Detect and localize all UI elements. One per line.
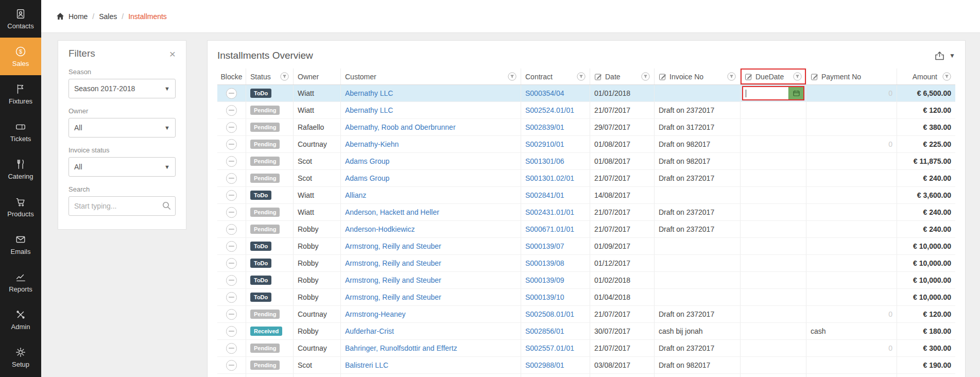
contract-link[interactable]: S000139/08 bbox=[525, 259, 564, 267]
duedate-cell[interactable] bbox=[741, 289, 806, 305]
duedate-cell[interactable] bbox=[741, 272, 806, 288]
table-row[interactable]: Pending Scot Adams Group S001301.02/01 2… bbox=[217, 170, 955, 187]
invoice-cell[interactable]: cash bij jonah bbox=[655, 323, 741, 339]
table-row[interactable]: Pending Rafaello Abernathy, Roob and Obe… bbox=[217, 119, 955, 136]
date-cell[interactable]: 29/07/2017 bbox=[590, 119, 655, 135]
filter-icon[interactable] bbox=[280, 72, 289, 81]
table-row[interactable] bbox=[217, 374, 955, 377]
sidebar-item-emails[interactable]: Emails bbox=[0, 226, 41, 263]
column-header-duedate[interactable]: DueDate bbox=[741, 68, 806, 84]
customer-link[interactable]: Anderson-Hodkiewicz bbox=[345, 225, 415, 233]
block-toggle-icon[interactable] bbox=[226, 122, 237, 133]
column-header-invoice-no[interactable]: Invoice No bbox=[655, 68, 741, 84]
invoice-cell[interactable]: Draft on 2372017 bbox=[655, 102, 741, 118]
column-header-owner[interactable]: Owner bbox=[294, 68, 341, 84]
filter-icon[interactable] bbox=[577, 72, 586, 81]
contract-link[interactable]: S002839/01 bbox=[525, 123, 564, 131]
block-toggle-icon[interactable] bbox=[226, 207, 237, 218]
payment-cell[interactable] bbox=[806, 289, 876, 305]
contract-link[interactable]: S000139/10 bbox=[525, 293, 564, 301]
export-button[interactable] bbox=[935, 52, 944, 60]
close-icon[interactable]: × bbox=[169, 48, 176, 59]
customer-link[interactable]: Adams Group bbox=[345, 157, 389, 165]
column-header-customer[interactable]: Customer bbox=[341, 68, 521, 84]
sidebar-item-products[interactable]: Products bbox=[0, 188, 41, 226]
date-cell[interactable]: 21/07/2017 bbox=[590, 221, 655, 237]
invoice-cell[interactable] bbox=[655, 255, 741, 271]
date-cell[interactable]: 21/07/2017 bbox=[590, 340, 655, 356]
duedate-cell[interactable] bbox=[741, 374, 806, 377]
date-cell[interactable]: 21/07/2017 bbox=[590, 102, 655, 118]
table-row[interactable]: Pending Wiatt Anderson, Hackett and Hell… bbox=[217, 204, 955, 221]
invoice-cell[interactable] bbox=[655, 374, 741, 377]
table-row[interactable]: Pending Scot Adams Group S001301/06 01/0… bbox=[217, 153, 955, 170]
breadcrumb-home[interactable]: Home bbox=[68, 12, 88, 21]
block-toggle-icon[interactable] bbox=[226, 326, 237, 337]
customer-link[interactable]: Anderson, Hackett and Heller bbox=[345, 208, 439, 216]
payment-cell[interactable] bbox=[806, 153, 876, 169]
invoice-cell[interactable]: Draft on 982017 bbox=[655, 153, 741, 169]
customer-link[interactable]: Balistreri LLC bbox=[345, 361, 388, 369]
block-toggle-icon[interactable] bbox=[226, 360, 237, 371]
table-row[interactable]: Received Robby Aufderhar-Crist S002856/0… bbox=[217, 323, 955, 340]
table-row[interactable]: ToDo Robby Armstrong, Reilly and Steuber… bbox=[217, 255, 955, 272]
block-toggle-icon[interactable] bbox=[226, 275, 237, 286]
table-row[interactable]: Pending Courtnay Armstrong-Heaney S00250… bbox=[217, 306, 955, 323]
duedate-cell[interactable] bbox=[741, 204, 806, 220]
table-row[interactable]: ToDo Wiatt Allianz S002841/01 14/08/2017 bbox=[217, 187, 955, 204]
table-row[interactable]: Pending Robby Anderson-Hodkiewicz S00067… bbox=[217, 221, 955, 238]
block-toggle-icon[interactable] bbox=[226, 173, 237, 184]
table-row[interactable]: ToDo Wiatt Abernathy LLC S000354/04 01/0… bbox=[217, 85, 955, 102]
owner-select[interactable]: All ▼ bbox=[68, 118, 176, 138]
payment-cell[interactable] bbox=[806, 170, 876, 186]
customer-link[interactable]: Bahringer, Runolfsdottir and Effertz bbox=[345, 344, 457, 352]
search-input[interactable] bbox=[68, 196, 176, 216]
block-toggle-icon[interactable] bbox=[226, 156, 237, 167]
contract-link[interactable]: S000139/09 bbox=[525, 276, 564, 284]
block-toggle-icon[interactable] bbox=[226, 190, 237, 201]
block-toggle-icon[interactable] bbox=[226, 292, 237, 303]
date-cell[interactable]: 30/07/2017 bbox=[590, 323, 655, 339]
duedate-cell[interactable] bbox=[741, 119, 806, 135]
contract-link[interactable]: S002431.01/01 bbox=[525, 208, 574, 216]
contract-link[interactable]: S002524.01/01 bbox=[525, 106, 574, 114]
payment-cell[interactable] bbox=[806, 238, 876, 254]
payment-cell[interactable] bbox=[806, 272, 876, 288]
block-toggle-icon[interactable] bbox=[226, 88, 237, 99]
customer-link[interactable]: Aufderhar-Crist bbox=[345, 327, 394, 335]
block-toggle-icon[interactable] bbox=[226, 258, 237, 269]
block-toggle-icon[interactable] bbox=[226, 241, 237, 252]
invoice-cell[interactable]: Draft on 982017 bbox=[655, 357, 741, 373]
date-cell[interactable]: 01/02/2018 bbox=[590, 272, 655, 288]
customer-link[interactable]: Adams Group bbox=[345, 174, 389, 182]
filter-icon[interactable] bbox=[508, 72, 517, 81]
column-header-status[interactable]: Status bbox=[246, 68, 294, 84]
duedate-cell[interactable] bbox=[741, 323, 806, 339]
payment-cell[interactable]: cash bbox=[806, 323, 876, 339]
sidebar-item-tickets[interactable]: Tickets bbox=[0, 113, 41, 150]
payment-cell[interactable] bbox=[806, 374, 876, 377]
filter-icon[interactable] bbox=[942, 72, 951, 81]
duedate-cell[interactable] bbox=[741, 221, 806, 237]
column-header-contract[interactable]: Contract bbox=[521, 68, 590, 84]
filter-icon[interactable] bbox=[641, 72, 650, 81]
contract-link[interactable]: S002841/01 bbox=[525, 191, 564, 199]
invoice-status-select[interactable]: All ▼ bbox=[68, 157, 176, 177]
customer-link[interactable]: Armstrong, Reilly and Steuber bbox=[345, 293, 441, 301]
customer-link[interactable]: Armstrong, Reilly and Steuber bbox=[345, 242, 441, 250]
duedate-cell[interactable] bbox=[741, 136, 806, 152]
sidebar-item-sales[interactable]: $ Sales bbox=[0, 38, 41, 75]
payment-cell[interactable] bbox=[806, 85, 876, 101]
invoice-cell[interactable]: Draft on 2372017 bbox=[655, 170, 741, 186]
contract-link[interactable]: S001301.02/01 bbox=[525, 174, 574, 182]
contract-link[interactable]: S000354/04 bbox=[525, 89, 564, 97]
contract-link[interactable]: S000671.01/01 bbox=[525, 225, 574, 233]
payment-cell[interactable] bbox=[806, 102, 876, 118]
date-cell[interactable]: 03/08/2017 bbox=[590, 357, 655, 373]
invoice-cell[interactable] bbox=[655, 289, 741, 305]
calendar-button[interactable] bbox=[788, 87, 803, 99]
block-toggle-icon[interactable] bbox=[226, 224, 237, 235]
chevron-down-icon[interactable]: ▼ bbox=[949, 52, 955, 59]
payment-cell[interactable] bbox=[806, 340, 876, 356]
season-select[interactable]: Season 2017-2018 ▼ bbox=[68, 79, 176, 98]
